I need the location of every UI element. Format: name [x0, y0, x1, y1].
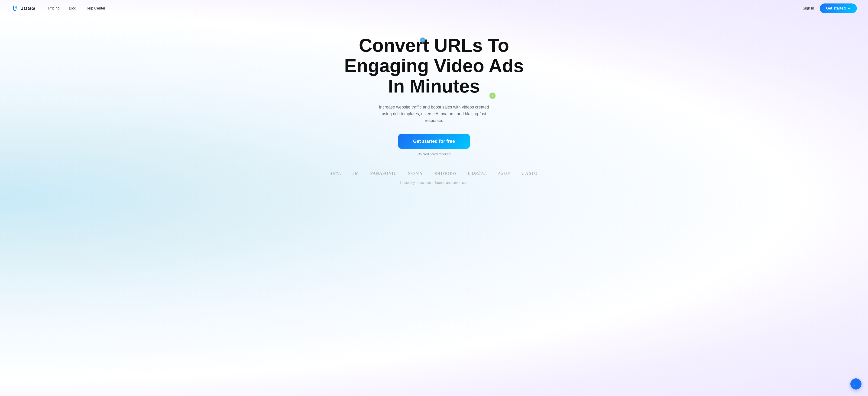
brand-anta: ANTA — [330, 172, 341, 176]
svg-point-1 — [15, 6, 18, 8]
brand-asus: ASUS — [498, 171, 510, 176]
hero-title: Convert URLs To Engaging Video Ads In Mi… — [330, 35, 538, 96]
chat-bubble-button[interactable] — [850, 378, 862, 390]
nav-links: Pricing Blog Help Center — [48, 6, 803, 10]
blob-blue-decoration — [420, 38, 425, 43]
hero-subtitle: Increase website traffic and boost sales… — [376, 104, 492, 124]
no-credit-card-text: No credit card required — [417, 152, 451, 156]
svg-point-0 — [11, 4, 20, 12]
sign-in-link[interactable]: Sign in — [803, 6, 814, 10]
chat-icon — [853, 381, 859, 387]
nav-help-center[interactable]: Help Center — [86, 6, 105, 10]
brand-logos: ANTA 3M Panasonic SONY SHISEIDO L'ORÉAL … — [330, 171, 538, 176]
sparkle-icon: ✦ — [847, 6, 850, 10]
blob-green-decoration — [490, 93, 496, 99]
hero-section: Convert URLs To Engaging Video Ads In Mi… — [0, 17, 868, 198]
brand-3m: 3M — [352, 171, 359, 176]
trusted-text: Trusted by thousands of brands and adver… — [400, 181, 468, 185]
logo-icon — [11, 4, 20, 12]
brand-casio: CASIO — [522, 171, 538, 176]
get-started-hero-button[interactable]: Get started for free — [398, 134, 470, 148]
brand-sony: SONY — [408, 171, 424, 176]
brand-shiseido: SHISEIDO — [435, 172, 456, 176]
get-started-nav-button[interactable]: Get started ✦ — [820, 3, 857, 13]
brand-panasonic: Panasonic — [370, 171, 397, 176]
nav-blog[interactable]: Blog — [69, 6, 76, 10]
brand-loreal: L'ORÉAL — [468, 171, 487, 176]
nav-right: Sign in Get started ✦ — [803, 3, 857, 13]
nav-pricing[interactable]: Pricing — [48, 6, 60, 10]
logo-link[interactable]: JOGG — [11, 4, 35, 12]
logo-text: JOGG — [21, 6, 35, 11]
navigation: JOGG Pricing Blog Help Center Sign in Ge… — [0, 0, 868, 17]
